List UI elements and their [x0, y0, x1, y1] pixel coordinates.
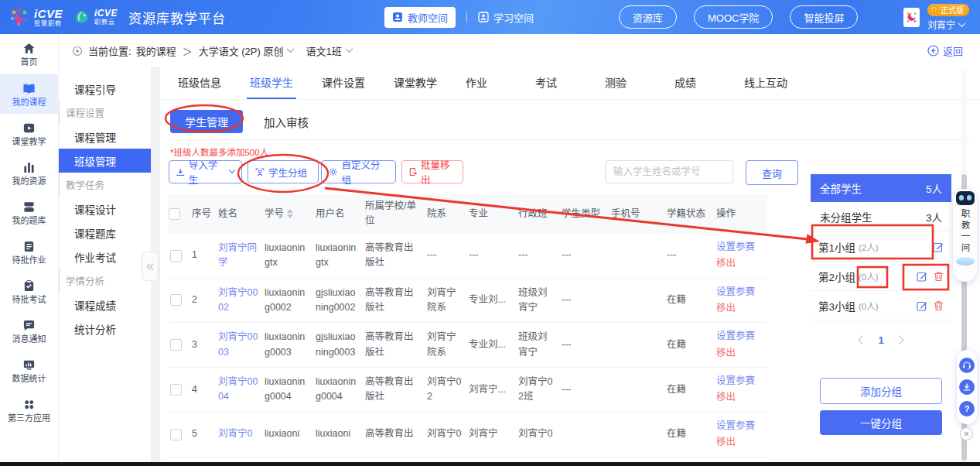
sort-icon[interactable] [287, 209, 293, 218]
custom-grouping-button[interactable]: 自定义分组 [321, 160, 396, 183]
open-book-icon [22, 82, 36, 95]
play-video-icon [22, 122, 36, 135]
set-contest-link[interactable]: 设置参赛 [716, 419, 755, 433]
sidebar-item-pending-homework[interactable]: 待批作业 [0, 232, 58, 272]
sidebar-item-statistics[interactable]: 数据统计 [0, 351, 58, 390]
sidebar-item-my-courses[interactable]: 我的课程 [0, 74, 58, 114]
tab-courseware-settings[interactable]: 课件设置 [322, 74, 365, 99]
batch-remove-button[interactable]: 批量移出 [401, 160, 463, 183]
submenu-class-management[interactable]: 班级管理 [58, 149, 151, 173]
submenu-course-question-bank[interactable]: 课程题库 [58, 221, 151, 245]
submenu-homework-exam[interactable]: 作业考试 [58, 245, 151, 269]
resource-library-button[interactable]: 资源库 [619, 5, 677, 29]
download-button[interactable] [959, 379, 975, 395]
page-number[interactable]: 1 [878, 334, 883, 346]
cell-username: gjsliuxiaoning0003 [316, 323, 365, 367]
row-checkbox[interactable] [170, 250, 182, 262]
group-row-1[interactable]: 第1小组 (2人) [811, 232, 951, 262]
set-contest-link[interactable]: 设置参赛 [716, 240, 755, 255]
tab-homework[interactable]: 作业 [466, 74, 487, 99]
student-name-link[interactable]: 刘宵宁0004 [218, 375, 258, 405]
tab-online-interaction[interactable]: 线上互动 [744, 74, 787, 99]
next-page-icon[interactable] [895, 335, 903, 344]
remove-link[interactable]: 移出 [716, 435, 736, 450]
mooc-college-button[interactable]: MOOC学院 [694, 5, 773, 29]
submenu-statistical-analysis[interactable]: 统计分析 [58, 317, 151, 341]
delete-trash-icon[interactable] [934, 300, 944, 311]
subtab-divider [169, 139, 969, 140]
row-checkbox[interactable] [170, 294, 182, 306]
brand-icve-zhijiaoyun[interactable]: iCVE 职教云 [73, 9, 118, 26]
sidebar-item-label: 我的资源 [12, 177, 46, 186]
close-floating-button[interactable] [960, 427, 973, 440]
tab-grades[interactable]: 成绩 [674, 74, 696, 99]
delete-trash-icon[interactable] [934, 271, 944, 282]
sidebar-item-messages[interactable]: 消息通知 [0, 311, 58, 351]
brand-icve-zhihui[interactable]: iCVE 智慧职教 [9, 7, 63, 27]
remove-link[interactable]: 移出 [716, 346, 736, 361]
question-mark-icon: ? [965, 404, 970, 413]
student-search-input[interactable] [605, 160, 733, 183]
app-shortcut-icon[interactable] [903, 8, 920, 27]
sidebar-item-third-party-apps[interactable]: 第三方应用 [0, 390, 58, 430]
tab-class-students[interactable]: 班级学生 [250, 74, 293, 99]
ungrouped-students-row[interactable]: 未分组学生 3人 [811, 202, 951, 232]
course-select[interactable]: 大学语文 (2P) 原创 [199, 43, 294, 58]
query-button[interactable]: 查询 [746, 160, 798, 185]
cell-status: 在籍 [667, 368, 716, 412]
subtab-student-management[interactable]: 学生管理 [170, 110, 243, 133]
student-name-link[interactable]: 刘宵宁0003 [218, 330, 258, 360]
tab-quiz[interactable]: 测验 [605, 74, 627, 99]
student-grouping-button[interactable]: 学生分组 [248, 160, 319, 183]
tab-class-info[interactable]: 班级信息 [178, 74, 221, 99]
submenu-course-grades[interactable]: 课程成绩 [58, 293, 151, 317]
set-contest-link[interactable]: 设置参赛 [716, 329, 755, 344]
set-contest-link[interactable]: 设置参赛 [716, 285, 755, 300]
breadcrumb-root[interactable]: 我的课程 [136, 43, 176, 58]
class-select[interactable]: 语文1班 [306, 43, 351, 58]
add-group-button[interactable]: 添加分组 [820, 378, 942, 404]
tab-classroom-teaching[interactable]: 课堂教学 [394, 74, 437, 99]
submenu-course-design[interactable]: 课程设计 [58, 197, 151, 221]
remove-link[interactable]: 移出 [716, 301, 736, 316]
edit-icon[interactable] [917, 300, 927, 311]
assistant-widget[interactable]: 职教一问 [953, 189, 977, 282]
student-name-link[interactable]: 刘宵宁0002 [218, 286, 258, 316]
back-button[interactable]: 返回 [927, 43, 963, 58]
header-student-id[interactable]: 学号 [265, 194, 316, 234]
remove-link[interactable]: 移出 [716, 390, 736, 405]
group-row-2[interactable]: 第2小组 (0人) [811, 262, 951, 291]
sidebar-item-label: 我的题库 [12, 217, 46, 225]
sidebar-item-my-question-bank[interactable]: 我的题库 [0, 193, 58, 232]
subtab-join-review[interactable]: 加入审核 [264, 114, 309, 130]
user-menu[interactable]: 刘宵宁 [927, 18, 965, 31]
sidebar-item-home[interactable]: 首页 [0, 34, 58, 74]
prev-page-icon[interactable] [859, 335, 867, 344]
row-checkbox[interactable] [170, 384, 182, 396]
teacher-space-button[interactable]: 教师空间 [384, 7, 456, 28]
tab-exam[interactable]: 考试 [535, 74, 557, 99]
import-students-button[interactable]: 导入学生 [169, 160, 242, 183]
student-name-link[interactable]: 刘宵宁0 [218, 427, 252, 441]
sidebar-item-classroom-teaching[interactable]: 课堂教学 [0, 114, 58, 153]
all-students-row[interactable]: 全部学生 5人 [811, 174, 951, 202]
learning-space-button[interactable]: 学习空间 [478, 10, 534, 25]
submenu-course-guide[interactable]: 课程引导 [58, 77, 151, 101]
row-checkbox[interactable] [170, 339, 182, 351]
support-headset-button[interactable] [959, 358, 975, 373]
group-row-3[interactable]: 第3小组 (0人) [811, 291, 951, 320]
set-contest-link[interactable]: 设置参赛 [716, 374, 755, 389]
edit-icon[interactable] [917, 271, 927, 282]
one-click-group-button[interactable]: 一键分组 [820, 410, 942, 435]
sidebar-item-my-resources[interactable]: 我的资源 [0, 153, 58, 193]
select-all-checkbox[interactable] [169, 208, 180, 220]
help-button[interactable]: ? [959, 401, 975, 416]
smart-cast-button[interactable]: 智能投屏 [790, 5, 858, 29]
submenu-collapse-button[interactable] [142, 252, 159, 281]
remove-link[interactable]: 移出 [716, 256, 736, 271]
edit-icon[interactable] [933, 242, 944, 252]
student-name-link[interactable]: 刘宵宁同学 [218, 241, 258, 271]
row-checkbox[interactable] [170, 429, 182, 440]
sidebar-item-pending-exams[interactable]: 待批考试 [0, 272, 58, 311]
submenu-course-management[interactable]: 课程管理 [58, 125, 151, 149]
